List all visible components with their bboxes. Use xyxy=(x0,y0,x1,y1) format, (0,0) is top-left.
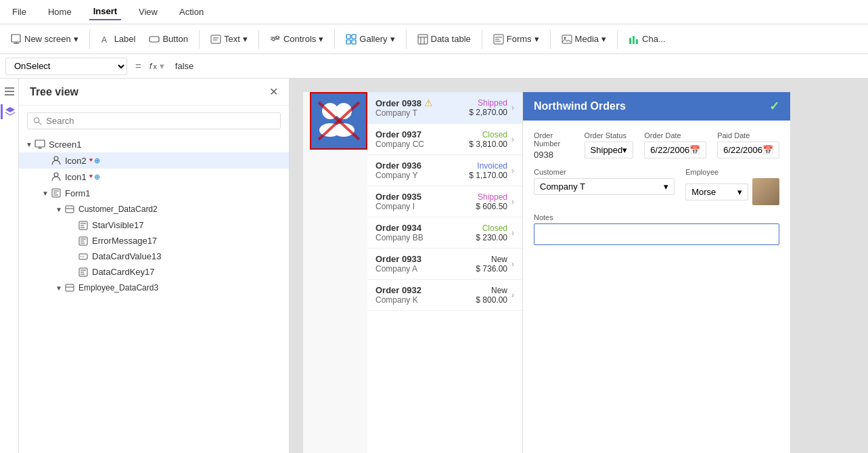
tree-item-icon1[interactable]: Icon1 ♥ ⊕ xyxy=(19,169,289,185)
tree-label-errormessage17: ErrorMessage17 xyxy=(89,236,157,246)
tree-label-customer-datacard2: Customer_DataCard2 xyxy=(76,204,158,214)
order-status-0937: Closed xyxy=(469,130,507,139)
detail-check-icon[interactable]: ✓ xyxy=(769,99,779,114)
tree-item-starvisible17[interactable]: StarVisible17 xyxy=(19,217,289,233)
customer-select[interactable]: Company T ▾ xyxy=(534,178,675,195)
order-amount-0934: $ 230.00 xyxy=(476,233,507,242)
canvas-area: Order 0938 ⚠ Company T Shipped $ 2,870.0… xyxy=(290,79,868,453)
controls-button[interactable]: Controls ▾ xyxy=(265,31,329,47)
data-table-button[interactable]: Data table xyxy=(412,31,476,47)
order-row-info-0938: Order 0938 ⚠ Company T xyxy=(375,98,469,118)
menu-bar: File Home Insert View Action xyxy=(0,0,868,24)
gallery-button[interactable]: Gallery ▾ xyxy=(340,31,400,47)
order-row-0932[interactable]: Order 0932 Company K New $ 800.00 › xyxy=(367,280,522,311)
button-button[interactable]: Button xyxy=(143,31,193,47)
tree-item-errormessage17[interactable]: ErrorMessage17 xyxy=(19,233,289,249)
label-icon: A xyxy=(101,34,112,45)
tree-item-customer-datacard2[interactable]: ▼ Customer_DataCard2 xyxy=(19,201,289,217)
detail-title: Northwind Orders xyxy=(534,100,626,112)
tree-badges-icon1: ♥ ⊕ xyxy=(89,173,100,181)
heart-badge-icon1: ♥ xyxy=(89,173,93,181)
svg-rect-0 xyxy=(12,35,20,42)
tree-item-icon2[interactable]: Icon2 ♥ ⊕ xyxy=(19,152,289,169)
order-row-0938[interactable]: Order 0938 ⚠ Company T Shipped $ 2,870.0… xyxy=(367,92,522,124)
label-button[interactable]: A Label xyxy=(95,31,141,47)
order-row-0935[interactable]: Order 0935 Company I Shipped $ 606.50 › xyxy=(367,186,522,217)
order-num-0936: Order 0936 xyxy=(375,160,469,171)
svg-text:A: A xyxy=(101,35,107,45)
order-row-0933[interactable]: Order 0933 Company A New $ 736.00 › xyxy=(367,249,522,280)
icon2-element[interactable] xyxy=(310,92,367,150)
expand-arrow-employee[interactable]: ▼ xyxy=(54,284,64,292)
controls-chevron-icon: ▾ xyxy=(319,34,323,44)
employee-row: Morse ▾ xyxy=(685,178,779,205)
order-date-input[interactable]: 6/22/2006 📅 xyxy=(644,142,706,158)
app-canvas: Order 0938 ⚠ Company T Shipped $ 2,870.0… xyxy=(303,92,790,453)
tree-item-screen1[interactable]: ▼ Screen1 xyxy=(19,136,289,152)
tree-item-form1[interactable]: ▼ Form1 xyxy=(19,185,289,201)
tree-panel: Tree view ✕ ▼ Screen1 Icon xyxy=(19,79,290,453)
datacard-type-icon-emp xyxy=(64,282,76,293)
menu-view[interactable]: View xyxy=(135,4,162,20)
tree-label-datacardvalue13: DataCardValue13 xyxy=(89,251,161,261)
text-icon xyxy=(210,34,221,45)
menu-file[interactable]: File xyxy=(8,4,30,20)
tree-label-starvisible17: StarVisible17 xyxy=(89,220,143,230)
order-date-value: 6/22/2006 xyxy=(650,145,689,155)
tree-item-datacardkey17[interactable]: DataCardKey17 xyxy=(19,264,289,280)
notes-input[interactable] xyxy=(534,223,779,245)
input-icon-dcv xyxy=(77,252,89,261)
menu-action[interactable]: Action xyxy=(175,4,208,20)
form-row-3: Notes xyxy=(534,213,779,245)
paid-date-input[interactable]: 6/22/2006 📅 xyxy=(717,142,779,158)
edit-icon-star xyxy=(77,221,89,230)
fx-label: fx ▾ xyxy=(150,61,164,71)
media-button[interactable]: Media ▾ xyxy=(556,31,612,47)
order-row-0937[interactable]: Order 0937 Company CC Closed $ 3,810.00 … xyxy=(367,124,522,155)
svg-rect-27 xyxy=(66,284,74,291)
forms-chevron-icon: ▾ xyxy=(534,34,539,44)
customer-select-arrow: ▾ xyxy=(664,181,668,192)
tree-label-icon1: Icon1 xyxy=(62,172,87,182)
order-status-select[interactable]: Shipped ▾ xyxy=(585,142,634,158)
order-amount-0932: $ 800.00 xyxy=(476,295,507,305)
employee-select[interactable]: Morse ▾ xyxy=(685,184,748,200)
expand-arrow-customer[interactable]: ▼ xyxy=(54,206,64,213)
order-amount-0938: $ 2,870.00 xyxy=(469,108,507,117)
menu-insert[interactable]: Insert xyxy=(89,3,121,20)
order-row-0934[interactable]: Order 0934 Company BB Closed $ 230.00 › xyxy=(367,217,522,249)
svg-rect-7 xyxy=(352,35,356,39)
order-status-select-arrow: ▾ xyxy=(622,145,627,155)
search-input[interactable] xyxy=(46,116,275,126)
tree-title: Tree view xyxy=(30,86,78,98)
search-icon xyxy=(33,116,42,126)
svg-point-19 xyxy=(54,156,58,160)
tree-close-button[interactable]: ✕ xyxy=(269,85,278,98)
detail-header: Northwind Orders ✓ xyxy=(523,92,790,121)
text-button[interactable]: Text ▾ xyxy=(205,31,253,47)
new-screen-button[interactable]: New screen ▾ xyxy=(5,31,84,47)
expand-arrow-form1[interactable]: ▼ xyxy=(41,190,50,197)
employee-label: Employee xyxy=(685,168,779,176)
formula-input[interactable] xyxy=(170,60,863,72)
person-group-svg xyxy=(315,99,363,143)
charts-button[interactable]: Cha... xyxy=(623,31,671,47)
property-selector[interactable]: OnSelect xyxy=(5,58,127,75)
svg-rect-8 xyxy=(346,40,350,44)
tree-item-employee-datacard3[interactable]: ▼ Employee_DataCard3 xyxy=(19,280,289,296)
forms-button[interactable]: Forms ▾ xyxy=(488,31,545,47)
order-row-0936[interactable]: Order 0936 Company Y Invoiced $ 1,170.00… xyxy=(367,155,522,186)
tree-item-datacardvalue13[interactable]: DataCardValue13 xyxy=(19,249,289,264)
paid-date-label: Paid Date xyxy=(717,131,779,139)
detail-panel: Northwind Orders ✓ Order Number 0938 Ord… xyxy=(523,92,790,453)
media-chevron-icon: ▾ xyxy=(601,34,606,44)
layers-icon[interactable] xyxy=(1,104,18,119)
expand-arrow-screen1[interactable]: ▼ xyxy=(24,141,34,148)
menu-home[interactable]: Home xyxy=(44,4,76,20)
order-right-0938: Shipped $ 2,870.00 xyxy=(469,98,507,117)
svg-rect-18 xyxy=(35,140,45,147)
hamburger-icon[interactable] xyxy=(2,84,17,99)
order-status-0933: New xyxy=(476,255,507,264)
customer-select-value: Company T xyxy=(540,181,585,192)
order-right-0936: Invoiced $ 1,170.00 xyxy=(469,161,507,180)
